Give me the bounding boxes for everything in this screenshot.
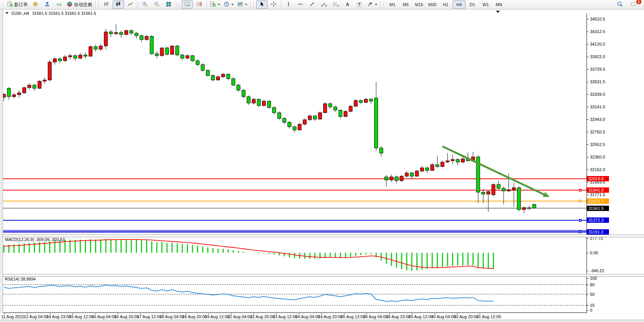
candlestick (512, 188, 516, 190)
price-tick: 33339.0 (590, 92, 605, 97)
candlestick (150, 36, 153, 54)
autotrading-button[interactable]: 自动交易 (65, 0, 94, 9)
candlestick (18, 93, 21, 95)
templates-button[interactable] (236, 0, 249, 9)
candlestick (277, 113, 281, 118)
equidistant-channel-button[interactable]: E (318, 0, 330, 9)
chart-title-row: DJ30-,H4 31561.5 31561.5 31561.5 31561.5 (5, 11, 96, 16)
candlestick-chart-button[interactable] (113, 0, 124, 9)
time-label: 16 Aug 20:00 (114, 314, 139, 319)
history-center-button[interactable] (30, 0, 41, 9)
candlestick (273, 108, 276, 113)
timeframe-button-m30[interactable]: M30 (426, 0, 439, 9)
price-tick: 34510.5 (590, 17, 605, 21)
timeframe-button-m1[interactable]: M1 (386, 0, 399, 9)
time-label: 29 Aug 12:00 (408, 314, 433, 319)
candlestick (400, 176, 403, 181)
candlestick (252, 99, 255, 103)
text-label-button[interactable]: T (354, 0, 365, 9)
chart-menu-icon[interactable] (5, 12, 8, 14)
candlestick (140, 36, 143, 40)
toolbar-grip[interactable] (98, 2, 99, 8)
candlestick (369, 99, 373, 101)
candlestick (395, 177, 398, 181)
time-label: 15 Aug 12:00 (69, 314, 94, 319)
zoom-out-button[interactable] (151, 0, 163, 9)
fibonacci-button[interactable]: F (330, 0, 341, 9)
vertical-line-button[interactable] (283, 0, 294, 9)
price-tick: 33531.5 (590, 79, 605, 84)
timeframe-button-m5[interactable]: M5 (399, 0, 412, 9)
chart-shift-marker[interactable] (496, 11, 500, 13)
axis-tick-dash (587, 144, 588, 145)
auto-scroll-button[interactable] (182, 0, 193, 9)
toolbar-grip[interactable] (253, 2, 255, 8)
panel-splitter[interactable] (3, 274, 644, 277)
time-label: 28 Aug 23:00 (386, 314, 411, 319)
candlestick (84, 55, 87, 56)
search-button[interactable] (614, 0, 626, 9)
periods-button[interactable] (222, 0, 235, 9)
candlestick (339, 110, 342, 117)
macd-panel[interactable] (3, 236, 587, 274)
fibo-sub-label: F (337, 4, 339, 8)
chart-shift-button[interactable] (193, 0, 205, 9)
candlestick (94, 47, 97, 49)
timeframe-button-w1[interactable]: W1 (479, 0, 492, 9)
timeframe-button-h4[interactable]: H4 (453, 0, 465, 9)
price-tick: 32750.5 (590, 130, 605, 134)
community-button[interactable] (41, 0, 53, 9)
cursor-button[interactable] (256, 0, 268, 9)
candlestick (267, 101, 271, 108)
timeframe-button-m15[interactable]: M15 (413, 0, 426, 9)
signals-button[interactable] (53, 0, 65, 9)
main-chart[interactable] (3, 15, 587, 235)
trendline-button[interactable] (306, 0, 318, 9)
candlestick (313, 116, 317, 119)
time-label: 14 Aug 23:00 (46, 314, 71, 319)
candlestick (293, 127, 296, 130)
zoom-in-button[interactable] (139, 0, 151, 9)
toolbar-grip[interactable] (383, 2, 384, 8)
rsi-line (4, 285, 493, 301)
axis-tick-dash (587, 157, 588, 157)
toolbar-grip[interactable] (3, 2, 4, 8)
indicators-button[interactable] (208, 0, 222, 9)
candlestick (130, 30, 133, 33)
crosshair-button[interactable] (268, 0, 279, 9)
candlestick (522, 208, 526, 209)
price-axis[interactable]: 34510.534312.534120.033922.033729.533531… (587, 10, 644, 320)
text-button[interactable]: A (342, 0, 353, 9)
timeframe-button-mn[interactable]: MN (493, 0, 505, 9)
axis-tick-dash (587, 44, 588, 44)
panel-splitter[interactable] (3, 235, 644, 237)
candlestick (390, 177, 393, 180)
candlestick (216, 77, 220, 80)
time-axis[interactable]: 11 Aug 202212 Aug 04:0014 Aug 23:0015 Au… (0, 313, 644, 320)
bar-chart-button[interactable] (101, 0, 112, 9)
candlestick (247, 97, 250, 103)
chat-button[interactable]: 1 (628, 0, 639, 9)
timeframe-button-d1[interactable]: D1 (466, 0, 479, 9)
tile-windows-button[interactable] (163, 0, 174, 9)
price-tick: 31771.5 (590, 192, 605, 197)
new-order-button[interactable]: 新订单 (5, 0, 29, 9)
price-tick: 33729.5 (590, 67, 605, 71)
arrows-button[interactable] (365, 0, 379, 9)
price-tick: 32360.0 (590, 155, 605, 159)
horizontal-line-button[interactable] (295, 0, 306, 9)
candlestick (12, 95, 16, 97)
price-tick: 32162.0 (590, 167, 605, 172)
candlestick (145, 36, 148, 40)
toolbar-grip[interactable] (179, 2, 180, 8)
line-chart-button[interactable] (124, 0, 136, 9)
price-badge: 31561.5 (587, 206, 609, 211)
timeframe-button-h1[interactable]: H1 (439, 0, 452, 9)
time-label: 18 Aug 20:00 (182, 314, 207, 319)
chevron-down-icon (245, 4, 247, 5)
template-icon (237, 1, 243, 8)
time-label: 24 Aug 20:00 (318, 314, 343, 319)
line-handle-dot (580, 190, 581, 191)
rsi-panel[interactable] (3, 276, 587, 313)
candlestick (206, 70, 210, 75)
